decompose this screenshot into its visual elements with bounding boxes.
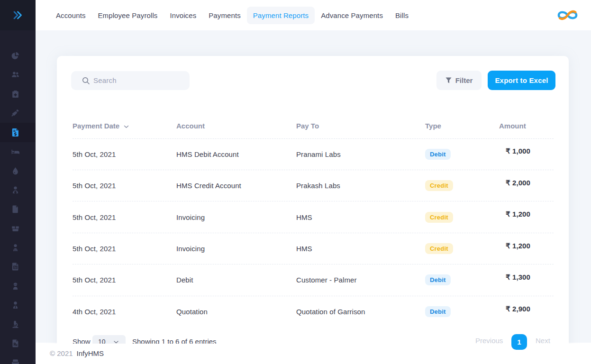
svg-text:60: 60 xyxy=(14,248,17,251)
